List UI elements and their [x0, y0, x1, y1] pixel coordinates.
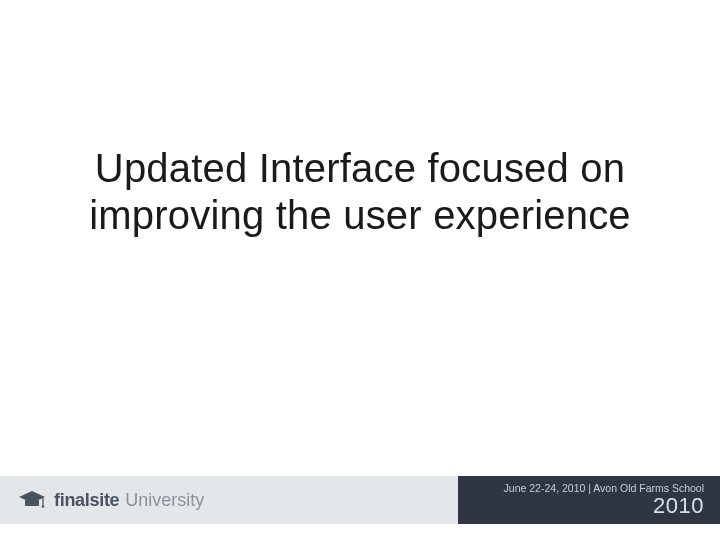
- footer-right: June 22-24, 2010 | Avon Old Farms School…: [458, 476, 720, 524]
- brand-text: finalsite University: [54, 490, 204, 511]
- svg-rect-1: [25, 500, 39, 506]
- mortarboard-icon: [18, 490, 46, 510]
- event-year: 2010: [653, 495, 704, 517]
- svg-point-3: [42, 505, 45, 508]
- footer-left: finalsite University: [0, 476, 458, 524]
- footer-band: finalsite University June 22-24, 2010 | …: [0, 476, 720, 524]
- brand-mark: finalsite University: [18, 490, 204, 511]
- brand-name-strong: finalsite: [54, 490, 119, 511]
- slide: Updated Interface focused on improving t…: [0, 0, 720, 540]
- title-line-2: improving the user experience: [0, 192, 720, 239]
- slide-title: Updated Interface focused on improving t…: [0, 145, 720, 239]
- brand-name-light: University: [125, 490, 204, 511]
- title-line-1: Updated Interface focused on: [0, 145, 720, 192]
- bottom-margin: [0, 524, 720, 540]
